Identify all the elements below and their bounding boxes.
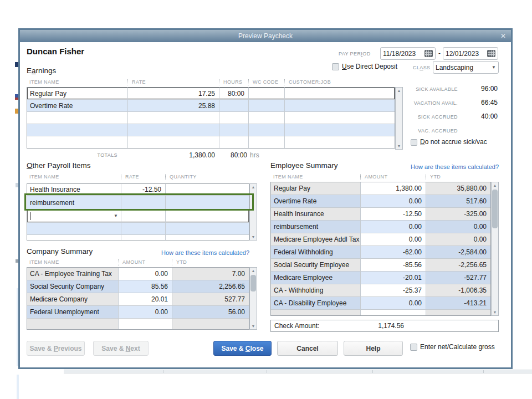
table-row[interactable]: Social Security Company 85.56 2,256.65	[27, 280, 249, 293]
sick-accrued-label: SICK ACCRUED	[383, 114, 458, 120]
pay-period-start-value[interactable]: 11/18/2023	[383, 50, 424, 58]
table-row[interactable]: Health Insurance -12.50 -325.00	[271, 208, 490, 221]
preview-paycheck-dialog: Preview Paycheck ✕ Duncan Fisher PAY PER…	[18, 28, 513, 369]
table-row-empty[interactable]	[27, 124, 395, 136]
table-row[interactable]: Medicare Employee -20.01 -527.77	[271, 272, 490, 284]
sick-available-label: SICK AVAILABLE	[383, 86, 458, 92]
check-amount-value: 1,174.56	[360, 322, 404, 330]
other-payroll-items-title: Other Payroll Items	[27, 161, 91, 170]
scroll-down-icon[interactable]: ▼	[492, 309, 498, 315]
scrollbar-thumb[interactable]	[492, 190, 498, 228]
help-button[interactable]: Help	[344, 341, 403, 356]
table-row-empty[interactable]	[27, 112, 395, 124]
save-next-button[interactable]: Save & Next	[93, 341, 149, 356]
employee-name: Duncan Fisher	[27, 47, 84, 56]
earnings-table: Regular Pay 17.25 80:00 Overtime Rate 25…	[27, 87, 395, 149]
calendar-icon[interactable]	[487, 50, 495, 57]
table-row[interactable]: Overtime Rate 25.88	[27, 100, 395, 112]
company-summary-header: ITEM NAME AMOUNT YTD	[27, 258, 249, 267]
table-row[interactable]: Federal Unemployment 0.00 56.00	[27, 306, 249, 319]
table-row-empty[interactable]	[271, 310, 490, 315]
dialog-title: Preview Paycheck	[238, 32, 293, 40]
save-previous-button[interactable]: Save & Previous	[27, 341, 85, 356]
other-items-scrollbar[interactable]: ▲ ▼	[249, 183, 257, 241]
employee-summary-scrollbar[interactable]: ▲ ▼	[491, 182, 499, 316]
table-row[interactable]: Social Security Employee -85.56 -2,256.6…	[271, 259, 490, 272]
employee-summary-table: Regular Pay 1,380.00 35,880.00 Overtime …	[270, 182, 491, 316]
earnings-header: ITEM NAME RATE HOURS WC CODE CUSTOMER:JO…	[27, 78, 395, 86]
class-label: CLASS	[413, 65, 431, 70]
save-close-button[interactable]: Save & Close	[213, 341, 272, 356]
chevron-down-icon[interactable]: ▼	[114, 214, 118, 218]
close-icon[interactable]: ✕	[500, 32, 506, 40]
class-dropdown[interactable]: Landscaping ▼	[433, 61, 499, 74]
do-not-accrue-checkbox[interactable]	[411, 139, 417, 146]
background-table-header	[64, 370, 532, 374]
pay-period-end-value[interactable]: 12/01/2023	[446, 50, 487, 58]
scroll-up-icon[interactable]: ▲	[250, 268, 257, 274]
table-row[interactable]: CA - Disability Employee 0.00 -413.21	[271, 297, 490, 310]
table-row-empty[interactable]	[27, 319, 249, 329]
do-not-accrue-label: Do not accrue sick/vac	[420, 138, 487, 146]
other-items-table: Health Insurance -12.50 reimbursement ▼	[27, 183, 249, 241]
scroll-up-icon[interactable]: ▲	[492, 182, 498, 188]
dialog-titlebar[interactable]: Preview Paycheck ✕	[20, 30, 511, 42]
vac-accrued-label: VAC. ACCRUED	[383, 128, 458, 134]
highlight-box-reimbursement	[24, 193, 254, 211]
employee-summary-header: ITEM NAME AMOUNT YTD	[270, 173, 491, 181]
totals-unit: hrs	[248, 151, 284, 159]
table-row-empty[interactable]	[27, 136, 395, 148]
table-row[interactable]: reimbursement 0.00 0.00	[271, 221, 490, 233]
scroll-down-icon[interactable]: ▼	[250, 234, 257, 240]
pay-period-start-field[interactable]: 11/18/2023	[380, 47, 436, 60]
table-row[interactable]: Medicare Company 20.01 527.77	[27, 293, 249, 306]
employee-summary-title: Employee Summary	[270, 161, 338, 170]
scroll-down-icon[interactable]: ▼	[250, 323, 257, 329]
screen: Preview Paycheck ✕ Duncan Fisher PAY PER…	[0, 0, 532, 399]
table-row-empty[interactable]	[27, 235, 249, 240]
table-row[interactable]: Regular Pay 17.25 80:00	[27, 88, 395, 100]
earnings-totals: TOTALS 1,380.00 80:00 hrs	[27, 151, 395, 159]
table-row[interactable]: Regular Pay 1,380.00 35,880.00	[271, 182, 490, 195]
company-summary-scrollbar[interactable]: ▲ ▼	[249, 267, 257, 330]
company-summary-title: Company Summary	[27, 247, 93, 255]
use-direct-deposit-checkbox[interactable]	[332, 63, 339, 70]
table-row[interactable]: Federal Withholding -62.00 -2,584.00	[271, 246, 490, 259]
company-summary-table: CA - Employee Training Tax 0.00 7.00 Soc…	[27, 267, 249, 330]
scroll-down-icon[interactable]: ▼	[396, 143, 402, 149]
cancel-button[interactable]: Cancel	[277, 341, 338, 356]
table-row[interactable]: Medicare Employee Addl Tax 0.00 0.00	[271, 233, 490, 246]
totals-hours: 80:00	[219, 151, 248, 159]
table-row-empty[interactable]	[27, 223, 249, 235]
class-value: Landscaping	[436, 64, 492, 71]
use-direct-deposit-label: Use Direct Deposit	[342, 63, 397, 70]
totals-rate: 1,380.00	[127, 151, 219, 159]
chevron-down-icon[interactable]: ▼	[492, 65, 496, 70]
vacation-available-label: VACATION AVAIL.	[383, 100, 458, 106]
enter-net-checkbox[interactable]	[410, 344, 417, 351]
enter-net-label: Enter net/Calculate gross	[420, 343, 495, 351]
sick-available-value[interactable]: 96:00	[463, 85, 498, 93]
company-summary-help-link[interactable]: How are these items calculated?	[103, 249, 249, 256]
sick-accrued-value[interactable]: 40:00	[463, 112, 498, 120]
check-amount-row: Check Amount: 1,174.56	[270, 320, 499, 332]
scrollbar-thumb[interactable]	[250, 275, 256, 291]
scroll-up-icon[interactable]: ▲	[250, 184, 257, 190]
earnings-title: Earnings	[27, 66, 56, 75]
table-row[interactable]: Overtime Rate 0.00 517.60	[271, 195, 490, 208]
table-row[interactable]: CA - Employee Training Tax 0.00 7.00	[27, 268, 249, 280]
vacation-available-value[interactable]: 66:45	[463, 99, 498, 106]
pay-period-dash: -	[438, 49, 441, 57]
table-row-edit[interactable]: ▼	[27, 210, 249, 223]
text-cursor	[30, 212, 30, 220]
calendar-icon[interactable]	[424, 50, 433, 57]
pay-period-end-field[interactable]: 12/01/2023	[443, 47, 498, 60]
employee-summary-help-link[interactable]: How are these items calculated?	[330, 163, 499, 170]
pay-period-label: PAY PERIOD	[339, 51, 371, 57]
other-items-header: ITEM NAME RATE QUANTITY	[27, 173, 249, 181]
background-panel-fragment	[17, 375, 19, 399]
check-amount-label: Check Amount:	[274, 322, 319, 330]
table-row[interactable]: CA - Withholding -25.37 -1,006.35	[271, 284, 490, 297]
